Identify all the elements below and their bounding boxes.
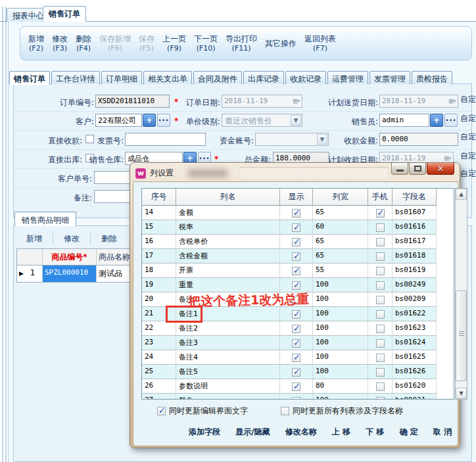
invoice-no-input[interactable]	[125, 133, 206, 146]
dialog-titlebar[interactable]: w 列设置	[135, 168, 174, 179]
toolbar-button-上一页[interactable]: 上一页(F9)	[158, 34, 190, 53]
order-no-input[interactable]: XSDD201811010	[95, 95, 170, 108]
col-name-cell[interactable]: 含税金额	[176, 249, 280, 264]
row-selector-cell[interactable]: ▶ 1	[17, 266, 43, 282]
close-button[interactable]: ✕	[427, 163, 454, 175]
detail-tab-出库记录[interactable]: 出库记录	[243, 71, 284, 84]
dialog-button-显示/隐藏[interactable]: 显示/隐藏	[235, 427, 270, 438]
custom-fields-link[interactable]: 自定	[460, 113, 476, 124]
custom-fields-link[interactable]: 自定	[460, 131, 476, 143]
col-name-cell[interactable]: 含税单价	[176, 235, 280, 249]
calendar-icon[interactable]: ▦▾	[444, 154, 452, 162]
update-all-lists-checkbox[interactable]	[281, 407, 289, 415]
calendar-icon[interactable]: ▦▾	[293, 97, 300, 105]
customer-input[interactable]: 22有限公司	[95, 114, 142, 127]
item-code-cell[interactable]: SPZL000010	[43, 266, 97, 282]
detail-tab-工作台详情[interactable]: 工作台详情	[51, 71, 100, 84]
toolbar-button-返回列表[interactable]: 返回列表(F7)	[300, 34, 340, 53]
mobile-checkbox[interactable]	[376, 267, 385, 275]
price-level-dropdown[interactable]: 最近次销售价 ▼	[222, 114, 302, 127]
custom-fields-link[interactable]: 自定	[460, 150, 476, 162]
mobile-checkbox[interactable]	[376, 281, 385, 290]
col-name-cell[interactable]: 颜色	[176, 394, 280, 400]
detail-tab-质检报告[interactable]: 质检报告	[412, 71, 452, 84]
mobile-checkbox[interactable]	[376, 209, 385, 218]
detail-tab-合同及附件[interactable]: 合同及附件	[193, 71, 242, 84]
show-checkbox[interactable]	[292, 310, 300, 319]
toolbar-button-修改[interactable]: 修改(F3)	[48, 34, 72, 53]
column-settings-row[interactable]: 26参数说明80bs01620	[142, 379, 454, 394]
mobile-checkbox[interactable]	[376, 238, 385, 246]
mobile-checkbox[interactable]	[376, 223, 385, 232]
mobile-checkbox[interactable]	[376, 252, 385, 261]
receipt-amount-input[interactable]: 0.0000	[379, 133, 458, 146]
mobile-checkbox[interactable]	[376, 296, 385, 304]
col-name-cell[interactable]: 税率	[176, 220, 280, 235]
mobile-checkbox[interactable]	[376, 397, 385, 400]
column-settings-row[interactable]: 18开票55bs01619	[142, 264, 454, 278]
maximize-button[interactable]	[409, 163, 426, 175]
dialog-button-下移[interactable]: 下 移	[366, 427, 384, 438]
mobile-checkbox[interactable]	[376, 339, 385, 348]
mobile-checkbox[interactable]	[376, 368, 385, 377]
dialog-button-修改名称[interactable]: 修改名称	[285, 427, 317, 438]
detail-tab-收款记录[interactable]: 收款记录	[285, 71, 326, 84]
col-name-cell[interactable]: 开票	[176, 264, 280, 278]
scroll-down-button[interactable]: ▼	[456, 388, 467, 399]
mobile-checkbox[interactable]	[376, 310, 385, 319]
detail-tab-运费管理[interactable]: 运费管理	[327, 71, 368, 84]
column-settings-row[interactable]: 14金额65bs01607	[142, 206, 454, 220]
dialog-column-header-序号[interactable]: 序号	[142, 189, 176, 206]
dialog-button-添加字段[interactable]: 添加字段	[189, 427, 220, 438]
items-button-修改[interactable]: 修改	[53, 231, 90, 247]
toolbar-button-新增[interactable]: 新增(F2)	[24, 34, 48, 53]
vertical-scrollbar[interactable]: ▲ ▼	[455, 188, 467, 400]
calendar-icon[interactable]: ▦▾	[449, 97, 456, 105]
customer-add-button[interactable]: +	[143, 114, 156, 127]
salesman-browse-button[interactable]: ...	[444, 114, 458, 127]
dialog-column-header-显示[interactable]: 显示	[280, 189, 313, 206]
column-settings-row[interactable]: 25备注5100bs01626	[142, 365, 454, 379]
scroll-up-button[interactable]: ▲	[456, 189, 467, 200]
customer-browse-button[interactable]: ...	[157, 114, 170, 127]
show-checkbox[interactable]	[292, 281, 300, 290]
show-checkbox[interactable]	[292, 368, 300, 377]
scrollbar-thumb[interactable]	[456, 290, 467, 381]
minimize-button[interactable]	[391, 163, 408, 175]
detail-tab-相关支出单[interactable]: 相关支出单	[143, 71, 192, 84]
mobile-checkbox[interactable]	[376, 382, 385, 391]
column-settings-row[interactable]: 23备注3100bs01624	[142, 336, 454, 350]
dialog-column-header-列名[interactable]: 列名	[176, 189, 280, 206]
show-checkbox[interactable]	[292, 325, 300, 333]
show-checkbox[interactable]	[292, 397, 300, 400]
detail-tab-订单明细[interactable]: 订单明细	[101, 71, 142, 84]
chevron-down-icon[interactable]: ▼	[317, 134, 327, 145]
dialog-column-header-列宽[interactable]: 列宽	[313, 189, 368, 206]
dialog-button-上移[interactable]: 上 移	[332, 427, 350, 438]
show-checkbox[interactable]	[292, 382, 300, 391]
fund-account-dropdown[interactable]: ▼	[255, 133, 329, 146]
column-settings-row[interactable]: 24备注4100bs01625	[142, 350, 454, 365]
toolbar-button-导出打印[interactable]: 导出打印(F11)	[222, 34, 261, 53]
mobile-checkbox[interactable]	[376, 325, 385, 333]
chevron-down-icon[interactable]: ▼	[291, 115, 301, 126]
dialog-button-确定[interactable]: 确 定	[399, 427, 417, 438]
custom-fields-link[interactable]: 自定	[460, 168, 476, 179]
show-checkbox[interactable]	[292, 267, 300, 275]
toolbar-button-其它操作[interactable]: 其它操作	[261, 39, 300, 49]
salesman-add-button[interactable]: +	[430, 114, 443, 127]
col-name-cell[interactable]: 参数说明	[176, 379, 280, 394]
salesman-input[interactable]: admin	[379, 114, 429, 127]
tab-sales-item-detail[interactable]: 销售商品明细	[14, 212, 76, 226]
col-name-cell[interactable]: 金额	[176, 206, 280, 220]
update-edit-ui-checkbox[interactable]	[157, 407, 166, 415]
toolbar-button-删除[interactable]: 删除(F4)	[72, 34, 95, 53]
items-button-删除[interactable]: 删除	[91, 231, 128, 247]
col-name-cell[interactable]: 备注5	[176, 365, 280, 379]
show-checkbox[interactable]	[292, 223, 300, 232]
toolbar-button-下一页[interactable]: 下一页(F10)	[190, 34, 222, 53]
show-checkbox[interactable]	[292, 354, 300, 362]
detail-tab-销售订单[interactable]: 销售订单	[9, 71, 50, 85]
detail-tab-发票管理[interactable]: 发票管理	[369, 71, 410, 84]
col-name-cell[interactable]: 重量	[176, 278, 280, 292]
